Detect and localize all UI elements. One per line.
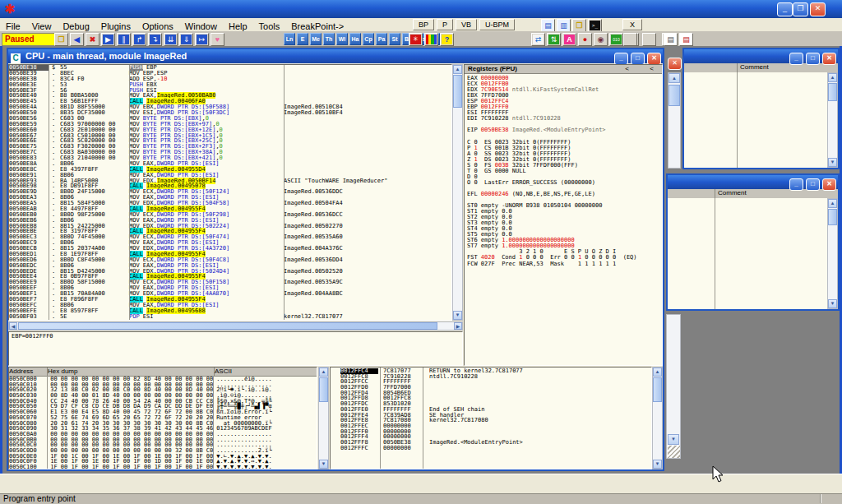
close-button[interactable]: ✕ bbox=[810, 2, 826, 16]
toolbar-button-cp[interactable]: Cp bbox=[363, 33, 374, 45]
comment1-minimize-button[interactable]: _ bbox=[789, 53, 803, 65]
scroll-thumb[interactable] bbox=[18, 322, 437, 330]
appearance-icon[interactable] bbox=[424, 33, 438, 46]
book-icon[interactable]: ▥ bbox=[557, 19, 571, 32]
swap-icon[interactable]: ⇄ bbox=[531, 33, 545, 46]
scroll-right-button[interactable]: ▶ bbox=[454, 322, 462, 330]
toolbar-button-pa[interactable]: Pa bbox=[376, 33, 387, 45]
scroll-down-button[interactable]: ▼ bbox=[319, 460, 328, 469]
disasm-row[interactable]: 0050BEF7.E8 F896F8FFCALL ImageRed.004955… bbox=[9, 297, 451, 303]
log-page-icon[interactable]: ▤ bbox=[664, 33, 678, 46]
help-icon[interactable]: ? bbox=[440, 33, 454, 46]
stack-row[interactable]: 0012FFE87C817080kernel32.7C817080 bbox=[331, 418, 651, 423]
toolbar-button-ha[interactable]: Ha bbox=[349, 33, 361, 45]
hidden-window-scrollbar-2[interactable]: ▼ bbox=[666, 314, 681, 459]
stack-row[interactable]: 0012FFF000000000 bbox=[331, 429, 651, 435]
register-line[interactable]: O 0 LastErr ERROR_SUCCESS (00000000) bbox=[465, 180, 662, 186]
hidden-window-close-button[interactable]: ✕ bbox=[668, 58, 682, 70]
stack-row[interactable]: 0012FFF80050BE38ImageRed.<ModuleEntryPoi… bbox=[331, 440, 651, 446]
memo-icon[interactable]: ▤ bbox=[541, 19, 555, 32]
toolbar-button-me[interactable]: Me bbox=[310, 33, 322, 45]
disasm-row[interactable]: 0050BE38$55PUSH EBP bbox=[9, 65, 451, 71]
stack-row[interactable]: 0012FFD48054B6ED bbox=[331, 391, 651, 396]
column-divider[interactable] bbox=[49, 65, 49, 320]
comment2-vscrollbar[interactable]: ▲ ▼ bbox=[827, 198, 838, 309]
scroll-thumb[interactable] bbox=[653, 377, 662, 402]
scroll-up-button[interactable]: ▲ bbox=[319, 368, 328, 377]
column-divider[interactable] bbox=[284, 65, 285, 320]
step-over-icon[interactable]: ↴ bbox=[148, 33, 162, 46]
comment1-vscrollbar[interactable]: ▲ ▼ bbox=[827, 72, 838, 168]
register-line[interactable]: EDI 7C910228 ntdll.7C910228 bbox=[465, 116, 662, 122]
column-divider[interactable] bbox=[47, 376, 48, 469]
stack-pane[interactable]: 0012FFC47C817077RETURN to kernel32.7C817… bbox=[330, 367, 652, 469]
comment2-close-button[interactable]: ✕ bbox=[822, 178, 836, 191]
comment1-col-blank[interactable] bbox=[684, 63, 738, 72]
comment-window-1-titlebar[interactable]: _ □ ✕ bbox=[684, 49, 838, 63]
scroll-left-button[interactable]: ◀ bbox=[9, 322, 17, 330]
ascii-icon[interactable]: A bbox=[562, 33, 576, 46]
step-into-icon[interactable]: ↱ bbox=[132, 33, 146, 46]
comment1-maximize-button[interactable]: □ bbox=[806, 53, 820, 65]
resize-grip[interactable] bbox=[668, 446, 680, 458]
comment1-content[interactable] bbox=[684, 72, 827, 168]
spiral-icon[interactable]: ◉ bbox=[594, 33, 608, 46]
stack-row[interactable]: 0012FFEC00000000 bbox=[331, 423, 651, 429]
stack-row[interactable]: 0012FFD07FFD7000 bbox=[331, 385, 651, 391]
comment1-close-button[interactable]: ✕ bbox=[822, 53, 836, 65]
disasm-vscrollbar[interactable]: ▲ ▼ bbox=[452, 64, 463, 321]
disasm-row[interactable]: 0050BEC3.8B0D 74F45000MOV ECX,DWORD PTR … bbox=[9, 234, 451, 240]
scroll-down-button[interactable]: ▼ bbox=[828, 299, 837, 308]
stack-row[interactable]: 0012FFC47C817077RETURN to kernel32.7C817… bbox=[331, 368, 651, 374]
plugin-close-button[interactable]: X bbox=[622, 19, 642, 30]
updown-icon[interactable]: ⇅ bbox=[547, 33, 561, 46]
disasm-row[interactable]: 0050BEE9.8B0D 58F15000MOV ECX,DWORD PTR … bbox=[9, 280, 451, 285]
scroll-up-button[interactable]: ▲ bbox=[453, 65, 462, 74]
options-icon[interactable]: ✳ bbox=[409, 33, 423, 46]
toolbar-button-st[interactable]: St bbox=[389, 33, 400, 45]
scroll-down-button[interactable]: ▼ bbox=[668, 434, 679, 445]
disasm-row[interactable]: 0050BEFE.E8 8597F8FFCALL ImageRed.004956… bbox=[9, 308, 451, 314]
scroll-thumb[interactable] bbox=[828, 83, 837, 101]
plugin-button-p[interactable]: P bbox=[437, 19, 453, 30]
execute-till-return-icon[interactable]: ↦ bbox=[195, 33, 209, 46]
stack-row[interactable]: 0012FFCCFFFFFFFF bbox=[331, 379, 651, 385]
trace-icon[interactable]: ♥ bbox=[210, 33, 224, 46]
animate-over-icon[interactable]: ⇓ bbox=[179, 33, 193, 46]
info-pane[interactable]: EBP=0012FFF0 bbox=[8, 331, 463, 366]
scroll-thumb[interactable] bbox=[828, 209, 837, 225]
dump-vscrollbar[interactable]: ▲ ▼ bbox=[318, 367, 329, 469]
console-icon[interactable]: >_ bbox=[588, 19, 602, 32]
scroll-up-button[interactable]: ▲ bbox=[828, 199, 837, 208]
disasm-row[interactable]: 0050BE9D.8B0D 24F15000MOV ECX,DWORD PTR … bbox=[9, 189, 451, 195]
comment-window-2-titlebar[interactable]: _ □ ✕ bbox=[668, 175, 838, 189]
stack-row[interactable]: 0012FFD80012FFC8 bbox=[331, 395, 651, 401]
stack-vscrollbar[interactable]: ▲ ▼ bbox=[652, 367, 663, 469]
comment2-content[interactable] bbox=[668, 198, 827, 309]
scroll-down-button[interactable]: ▼ bbox=[453, 311, 462, 320]
registers-pane[interactable]: Registers (FPU) < < EAX 00000000ECX 0012… bbox=[464, 64, 663, 366]
plugin-button-ubpm[interactable]: U-BPM bbox=[479, 19, 515, 30]
disasm-row[interactable]: 0050BED6.8B0D C8F45000MOV ECX,DWORD PTR … bbox=[9, 257, 451, 263]
column-divider[interactable] bbox=[129, 65, 130, 320]
comment2-maximize-button[interactable]: □ bbox=[806, 178, 820, 191]
disasm-row[interactable]: 0050BF03.5EPOP ESIkernel32.7C817077 bbox=[9, 314, 451, 320]
stack-row[interactable]: 0012FFDC853D1020 bbox=[331, 401, 651, 407]
column-divider[interactable] bbox=[213, 376, 214, 469]
column-divider[interactable] bbox=[715, 198, 715, 309]
empty-button[interactable] bbox=[642, 33, 656, 46]
registers-pane-button[interactable]: < bbox=[650, 65, 654, 72]
scroll-up-button[interactable]: ▲ bbox=[828, 73, 837, 82]
stack-row[interactable]: 0012FFE0FFFFFFFFEnd of SEH chain bbox=[331, 407, 651, 413]
stack-row[interactable]: 0012FFFC00000000 bbox=[331, 446, 651, 451]
dump-header-hex[interactable]: Hex dump bbox=[48, 368, 215, 376]
disassembly-pane[interactable]: 0050BE38$55PUSH EBP0050BE39.8BECMOV EBP,… bbox=[8, 64, 452, 321]
stack-row[interactable]: 0012FFE47C839AD8SE handler bbox=[331, 413, 651, 418]
folder-icon[interactable]: ❐ bbox=[572, 19, 586, 32]
register-line[interactable]: FCW 027F Prec NEAR,53 Mask 1 1 1 1 1 1 bbox=[465, 261, 662, 267]
dump-row[interactable]: 0050C100 1F 00 1F 00 1F 00 1F 00 1F 00 1… bbox=[9, 465, 317, 469]
toolbar-button-th[interactable]: Th bbox=[323, 33, 335, 45]
scroll-thumb[interactable] bbox=[319, 377, 328, 402]
disasm-row[interactable]: 0050BEB0.8B0D 98F25000MOV ECX,DWORD PTR … bbox=[9, 212, 451, 218]
column-divider[interactable] bbox=[423, 368, 423, 469]
